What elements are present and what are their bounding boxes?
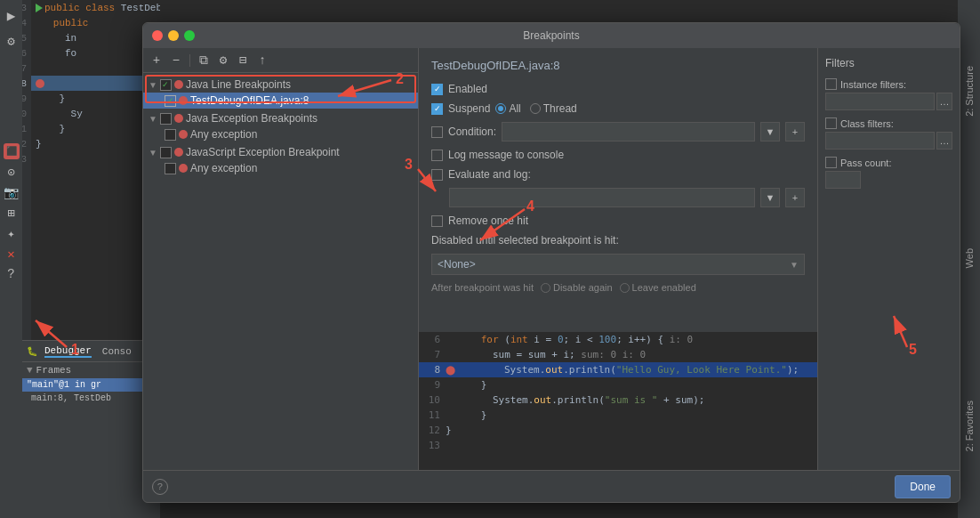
sidebar-icon-1[interactable]: ▶ (7, 7, 16, 25)
evaluate-log-settings-btn[interactable]: ▼ (760, 188, 780, 207)
class-filters-btn[interactable]: … (936, 132, 952, 150)
js-exception-group-label: JavaScript Exception Breakpoint (186, 146, 340, 158)
condition-input[interactable] (502, 122, 755, 142)
evaluate-log-checkbox[interactable] (431, 169, 443, 181)
none-dropdown[interactable]: <None> ▼ (431, 254, 805, 275)
after-hit-row: After breakpoint was hit Disable again L… (431, 282, 805, 293)
instance-filters-input[interactable] (825, 93, 935, 110)
suspend-thread-radio[interactable] (530, 103, 541, 114)
thread-row: "main"@1 in gr (22, 378, 160, 392)
java-line-group: ▼ Java Line Breakpoints TestDebugOfIDEA.… (143, 77, 418, 109)
testdebug-breakpoint-item[interactable]: TestDebugOfIDEA.java:8 (143, 93, 418, 109)
class-filters-row: Class filters: … (825, 117, 952, 150)
java-exception-group-header[interactable]: ▼ Java Exception Breakpoints (143, 110, 418, 126)
instance-filters-btn[interactable]: … (936, 93, 952, 110)
close-button[interactable] (152, 30, 163, 41)
class-filters-label: Class filters: (840, 118, 894, 129)
any-exception-checkbox[interactable] (165, 129, 176, 141)
code-line-11: } (31, 121, 160, 136)
java-line-icon (174, 80, 183, 89)
any-exception-label: Any exception (190, 128, 257, 141)
pass-count-input[interactable] (825, 171, 861, 189)
instance-filters-checkbox[interactable] (825, 78, 837, 90)
bp-detail-title: TestDebugOfIDEA.java:8 (431, 59, 805, 72)
js-any-exception-item[interactable]: Any exception (143, 160, 418, 176)
remove-once-hit-checkbox[interactable] (431, 215, 443, 227)
suspend-all-item[interactable]: All (495, 102, 520, 115)
evaluate-log-label: Evaluate and log: (448, 168, 531, 181)
dialog-body: + − ⧉ ⚙ ⊟ ↑ ▼ (143, 48, 960, 470)
disable-again-label: Disable again (553, 282, 613, 293)
bp-export-button[interactable]: ↑ (254, 53, 270, 69)
sidebar-web[interactable]: Web (964, 248, 975, 268)
disable-again-radio[interactable] (541, 283, 550, 293)
evaluate-log-row: Evaluate and log: (431, 168, 805, 181)
suspend-checkbox[interactable] (431, 103, 443, 115)
sidebar-icon-stop[interactable]: ⊙ (7, 165, 14, 180)
condition-settings-btn[interactable]: ▼ (760, 122, 780, 142)
suspend-thread-item[interactable]: Thread (530, 102, 577, 115)
js-any-exception-checkbox[interactable] (165, 163, 176, 174)
sidebar-icon-question[interactable]: ? (7, 267, 14, 281)
bp-filter-button[interactable]: ⊟ (235, 53, 251, 69)
bp-remove-button[interactable]: − (168, 53, 184, 69)
pass-count-checkbox[interactable] (825, 157, 837, 168)
leave-enabled-radio-item[interactable]: Leave enabled (620, 282, 696, 293)
chevron-java-line: ▼ (149, 80, 157, 90)
enabled-row: Enabled (431, 83, 805, 95)
console-tab[interactable]: Conso (102, 346, 132, 357)
leave-enabled-radio[interactable] (620, 283, 630, 293)
condition-checkbox[interactable] (431, 126, 443, 138)
maximize-button[interactable] (184, 30, 195, 41)
sidebar-structure[interactable]: 2: Structure (964, 66, 975, 117)
bp-settings-button[interactable]: ⚙ (215, 53, 231, 69)
any-exception-item[interactable]: Any exception (143, 126, 418, 142)
js-exception-group-checkbox[interactable] (160, 147, 172, 158)
remove-once-hit-label: Remove once hit (448, 214, 528, 227)
sidebar-icon-settings[interactable]: ⊞ (7, 206, 14, 221)
evaluate-log-input[interactable] (449, 188, 755, 207)
sidebar-icon-camera[interactable]: 📷 (4, 185, 19, 200)
remove-once-hit-row: Remove once hit (431, 214, 805, 227)
code-line-13 (31, 151, 160, 166)
snippet-line-12: 12 } (419, 423, 817, 438)
sidebar-favorites[interactable]: 2: Favorites (964, 401, 975, 451)
enabled-checkbox[interactable] (431, 84, 443, 95)
enabled-label: Enabled (448, 83, 487, 95)
debugger-tab[interactable]: Debugger (44, 345, 92, 358)
bp-tree: ▼ Java Line Breakpoints TestDebugOfIDEA.… (143, 73, 418, 470)
java-exception-group-checkbox[interactable] (160, 113, 172, 125)
sidebar-icon-x[interactable]: ✕ (7, 247, 14, 262)
code-line-3: public class TestDebugOfIDEA { (31, 0, 160, 15)
filters-title: Filters (825, 57, 952, 69)
bp-add-button[interactable]: + (149, 53, 165, 69)
java-exception-group: ▼ Java Exception Breakpoints Any excepti… (143, 110, 418, 142)
sidebar-icon-run[interactable]: ⚙ (7, 34, 14, 49)
none-dropdown-value: <None> (438, 258, 476, 271)
minimize-button[interactable] (168, 30, 179, 41)
js-exception-group-header[interactable]: ▼ JavaScript Exception Breakpoint (143, 144, 418, 160)
pass-count-label-row: Pass count: (825, 157, 952, 168)
condition-add-btn[interactable]: + (785, 122, 805, 142)
js-exception-group: ▼ JavaScript Exception Breakpoint Any ex… (143, 144, 418, 176)
java-line-group-checkbox[interactable] (160, 79, 172, 91)
help-icon[interactable]: ? (152, 479, 168, 495)
log-message-checkbox[interactable] (431, 150, 443, 161)
code-line-9: } (31, 91, 160, 106)
sidebar-icon-gear[interactable]: ✦ (7, 226, 14, 241)
evaluate-log-add-btn[interactable]: + (785, 188, 805, 207)
dialog-titlebar: Breakpoints (143, 23, 960, 48)
disable-again-radio-item[interactable]: Disable again (541, 282, 613, 293)
leave-enabled-label: Leave enabled (632, 282, 696, 293)
class-filters-input[interactable] (825, 132, 935, 150)
testdebug-bp-checkbox[interactable] (165, 95, 176, 107)
done-button[interactable]: Done (895, 475, 951, 498)
class-filters-checkbox[interactable] (825, 117, 837, 129)
snippet-line-11: 11 } (419, 408, 817, 423)
suspend-all-radio[interactable] (495, 103, 506, 114)
bp-copy-button[interactable]: ⧉ (196, 53, 212, 69)
breakpoints-dialog: Breakpoints + − ⧉ ⚙ ⊟ ↑ (142, 22, 960, 503)
debug-icon[interactable]: ⬛ (4, 143, 20, 159)
java-line-group-header[interactable]: ▼ Java Line Breakpoints (143, 77, 418, 93)
bp-separator-1 (189, 54, 190, 67)
